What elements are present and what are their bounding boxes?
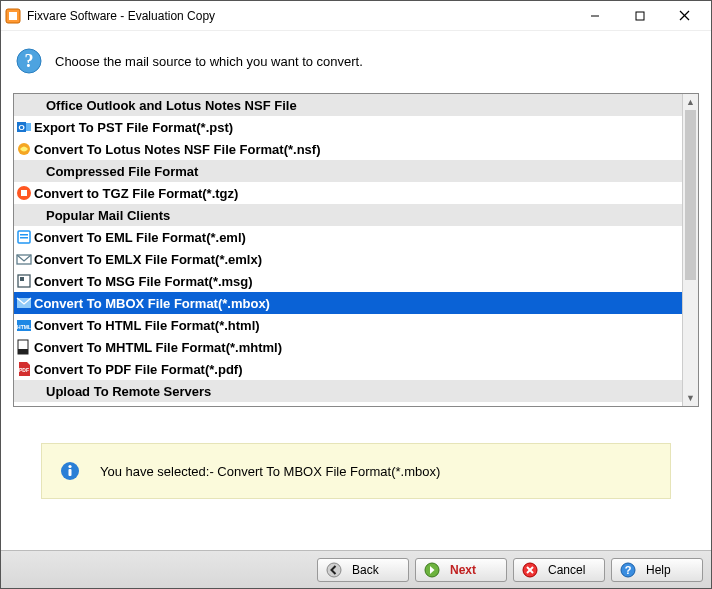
- next-button[interactable]: Next: [415, 558, 507, 582]
- item-label: Convert To HTML File Format(*.html): [34, 318, 260, 333]
- back-label: Back: [352, 563, 379, 577]
- group-label: Upload To Remote Servers: [46, 384, 211, 399]
- list-item[interactable]: Convert To MHTML File Format(*.mhtml): [14, 336, 682, 358]
- svg-rect-3: [636, 12, 644, 20]
- list-item[interactable]: Convert To Lotus Notes NSF File Format(*…: [14, 138, 682, 160]
- status-panel: You have selected:- Convert To MBOX File…: [41, 443, 671, 499]
- list-group-header: Office Outlook and Lotus Notes NSF File: [14, 94, 682, 116]
- list-item[interactable]: Convert To EML File Format(*.eml): [14, 226, 682, 248]
- header-prompt: Choose the mail source to which you want…: [55, 54, 363, 69]
- emlx-icon: [16, 251, 32, 267]
- window-title: Fixvare Software - Evaluation Copy: [27, 9, 572, 23]
- maximize-button[interactable]: [617, 2, 662, 30]
- list-item[interactable]: Convert To MBOX File Format(*.mbox): [14, 292, 682, 314]
- group-label: Office Outlook and Lotus Notes NSF File: [46, 98, 297, 113]
- next-label: Next: [450, 563, 476, 577]
- back-arrow-icon: [326, 562, 342, 578]
- scroll-down-arrow[interactable]: ▼: [683, 390, 698, 406]
- scroll-thumb[interactable]: [685, 110, 696, 280]
- item-label: Convert To PDF File Format(*.pdf): [34, 362, 242, 377]
- svg-point-29: [327, 563, 341, 577]
- cancel-icon: [522, 562, 538, 578]
- svg-rect-28: [69, 469, 72, 476]
- svg-rect-1: [9, 12, 17, 20]
- pdf-icon: PDF: [16, 361, 32, 377]
- next-arrow-icon: [424, 562, 440, 578]
- item-label: Convert To MSG File Format(*.msg): [34, 274, 253, 289]
- minimize-button[interactable]: [572, 2, 617, 30]
- mhtml-icon: [16, 339, 32, 355]
- scrollbar[interactable]: ▲ ▼: [682, 94, 698, 406]
- svg-point-27: [68, 465, 71, 468]
- cancel-label: Cancel: [548, 563, 585, 577]
- format-list: Office Outlook and Lotus Notes NSF FileO…: [13, 93, 699, 407]
- item-label: Export To PST File Format(*.pst): [34, 120, 233, 135]
- header: ? Choose the mail source to which you wa…: [1, 31, 711, 93]
- info-icon: [60, 461, 80, 481]
- svg-text:O: O: [18, 123, 24, 132]
- svg-rect-9: [26, 123, 31, 131]
- msg-icon: [16, 273, 32, 289]
- list-group-header: Popular Mail Clients: [14, 204, 682, 226]
- titlebar: Fixvare Software - Evaluation Copy: [1, 1, 711, 31]
- svg-text:HTML: HTML: [17, 324, 31, 330]
- help-icon: ?: [620, 562, 636, 578]
- mbox-icon: [16, 295, 32, 311]
- svg-rect-24: [18, 349, 28, 354]
- back-button[interactable]: Back: [317, 558, 409, 582]
- list-item[interactable]: Convert to TGZ File Format(*.tgz): [14, 182, 682, 204]
- list-item[interactable]: Convert To EMLX File Format(*.emlx): [14, 248, 682, 270]
- svg-rect-19: [20, 277, 24, 281]
- help-label: Help: [646, 563, 671, 577]
- svg-rect-13: [21, 190, 27, 196]
- svg-rect-16: [20, 237, 28, 239]
- app-icon: [5, 8, 21, 24]
- svg-rect-15: [20, 234, 28, 236]
- group-label: Popular Mail Clients: [46, 208, 170, 223]
- list-item[interactable]: Convert To MSG File Format(*.msg): [14, 270, 682, 292]
- item-label: Convert To EML File Format(*.eml): [34, 230, 246, 245]
- svg-text:PDF: PDF: [19, 367, 29, 373]
- help-button[interactable]: ? Help: [611, 558, 703, 582]
- svg-text:?: ?: [25, 51, 34, 71]
- tgz-icon: [16, 185, 32, 201]
- question-icon: ?: [15, 47, 43, 75]
- eml-icon: [16, 229, 32, 245]
- notes-icon: [16, 141, 32, 157]
- cancel-button[interactable]: Cancel: [513, 558, 605, 582]
- item-label: Convert To EMLX File Format(*.emlx): [34, 252, 262, 267]
- html-icon: HTML: [16, 317, 32, 333]
- item-label: Convert To MBOX File Format(*.mbox): [34, 296, 270, 311]
- close-button[interactable]: [662, 2, 707, 30]
- svg-text:?: ?: [625, 564, 632, 576]
- scroll-up-arrow[interactable]: ▲: [683, 94, 698, 110]
- outlook-icon: O: [16, 119, 32, 135]
- list-item[interactable]: OExport To PST File Format(*.pst): [14, 116, 682, 138]
- list-item[interactable]: PDFConvert To PDF File Format(*.pdf): [14, 358, 682, 380]
- item-label: Convert to TGZ File Format(*.tgz): [34, 186, 238, 201]
- app-window: Fixvare Software - Evaluation Copy ? Cho…: [0, 0, 712, 589]
- footer: Back Next Cancel ? Help: [1, 550, 711, 588]
- list-group-header: Upload To Remote Servers: [14, 380, 682, 402]
- status-text: You have selected:- Convert To MBOX File…: [100, 464, 440, 479]
- item-label: Convert To MHTML File Format(*.mhtml): [34, 340, 282, 355]
- group-label: Compressed File Format: [46, 164, 198, 179]
- item-label: Convert To Lotus Notes NSF File Format(*…: [34, 142, 321, 157]
- list-item[interactable]: HTMLConvert To HTML File Format(*.html): [14, 314, 682, 336]
- list-group-header: Compressed File Format: [14, 160, 682, 182]
